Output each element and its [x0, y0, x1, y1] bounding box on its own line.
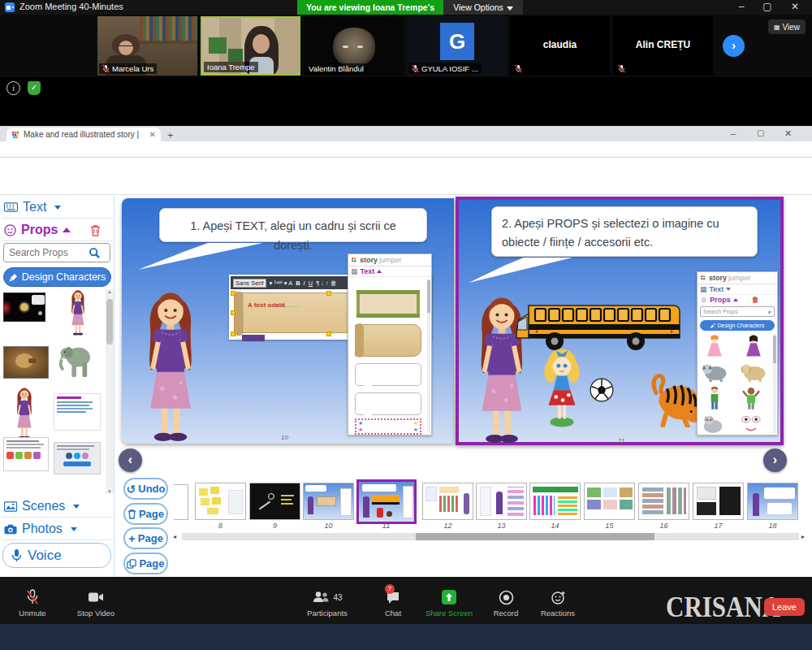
browser-maximize[interactable]: ▢ [757, 128, 764, 137]
chat-button[interactable]: 7 Chat [375, 588, 411, 618]
prop-thumb-girl-2[interactable] [13, 387, 36, 440]
video-tile-claudia[interactable]: claudia [510, 16, 610, 76]
trash-icon[interactable] [90, 224, 101, 236]
record-button[interactable]: Record [486, 588, 526, 618]
thumbnail-page-8[interactable] [195, 483, 246, 520]
info-icon[interactable]: i [6, 81, 20, 95]
scroll-thumb[interactable] [106, 299, 113, 344]
selection-handle[interactable] [326, 332, 331, 336]
search-props-input[interactable] [4, 247, 89, 258]
view-options-dropdown[interactable]: View Options [443, 0, 523, 15]
participant-name-label: GYULA IOSIF ... [408, 63, 482, 74]
prop-thumb-space[interactable] [3, 292, 45, 322]
thumbnail-page-13[interactable] [476, 483, 527, 520]
design-characters-button[interactable]: Design Characters [3, 267, 111, 287]
prop-thumb-elephant[interactable] [58, 340, 94, 382]
mini-frame-stars[interactable]: ★ ★ ★ ★ [355, 418, 421, 435]
reactions-button[interactable]: Reactions [534, 588, 581, 618]
selection-handle[interactable] [231, 291, 235, 296]
unmute-button[interactable]: Unmute [11, 588, 54, 618]
mini-scrollbar [427, 279, 430, 433]
tab-close-icon[interactable]: ✕ [149, 130, 156, 139]
mini-frame-bamboo[interactable] [356, 290, 420, 318]
video-strip: Marcela Urs Ioana Trempe Valentin Blându… [0, 15, 812, 77]
browser-minimize[interactable]: – [731, 128, 736, 138]
search-icon[interactable] [89, 247, 101, 259]
filmstrip-scroll-left[interactable]: ◂ [173, 533, 176, 540]
stop-video-button[interactable]: Stop Video [70, 588, 122, 618]
sidebar-item-text[interactable]: Text [2, 197, 113, 219]
prop-doll[interactable] [537, 344, 587, 429]
browser-tab[interactable]: Make and read illustrated story | ✕ [6, 128, 161, 141]
undo-button[interactable]: ↺ Undo [123, 478, 168, 500]
leave-button[interactable]: Leave [764, 598, 805, 616]
previous-page-arrow[interactable]: ‹ [119, 448, 142, 472]
share-screen-button[interactable]: Share Screen [421, 588, 477, 618]
filmstrip-scroll-right[interactable]: ▸ [801, 533, 805, 540]
filmstrip-scroll-thumb[interactable] [416, 533, 654, 540]
selection-handle[interactable] [326, 291, 331, 296]
thumbnail-page-18[interactable] [747, 483, 798, 520]
thumbnail-page-17[interactable] [693, 483, 744, 520]
next-participants-arrow[interactable]: › [723, 35, 745, 57]
copy-icon [127, 559, 136, 569]
thumbnail-page-11-selected[interactable] [356, 479, 417, 524]
speech-bubble[interactable]: 2. Apeși PROPS și selectezi o imagine cu… [491, 206, 758, 257]
thumbnail-page-10[interactable] [303, 483, 354, 520]
minimize-button[interactable]: – [729, 1, 754, 14]
sidebar-item-scenes[interactable]: Scenes [2, 496, 113, 518]
thumbnail-page-16[interactable] [638, 483, 689, 520]
prop-soccer-ball[interactable] [589, 377, 615, 403]
video-tile-alin[interactable]: Alin CREȚU [613, 16, 713, 76]
sidebar-item-photos[interactable]: Photos [2, 518, 113, 540]
shield-check-icon[interactable]: ✓ [28, 81, 41, 95]
mini-frame-bubble-2[interactable] [355, 392, 421, 415]
video-tile-ioana[interactable]: Ioana Trempe [201, 16, 300, 76]
prop-thumb-lion[interactable] [3, 346, 49, 379]
book-page-left[interactable]: 1. Apeși TEXT, alegi un cadru și scrii c… [122, 198, 454, 444]
selection-handle[interactable] [231, 332, 235, 336]
thumbnail-page-9[interactable] [249, 483, 300, 520]
participant-mute-label [512, 63, 525, 74]
undo-icon: ↺ [127, 483, 136, 496]
thumbnail-page-12[interactable] [422, 483, 473, 520]
video-tile-gyula[interactable]: G GYULA IOSIF ... [407, 16, 507, 76]
sidebar-item-props[interactable]: Props [2, 219, 113, 241]
selection-handle[interactable] [231, 310, 235, 315]
prop-thumb-document[interactable] [54, 393, 101, 431]
view-layout-button[interactable]: ▦View [768, 20, 806, 34]
thumbnail-page-15[interactable] [584, 483, 635, 520]
new-tab-button[interactable]: + [167, 129, 174, 141]
book-page-right[interactable]: 2. Apeși PROPS și selectezi o imagine cu… [456, 197, 784, 445]
mini-screenshot-text-panel[interactable]: storyjumper ▦ Text [348, 254, 432, 436]
smiley-icon [4, 224, 16, 236]
video-tile-valentin[interactable]: Valentin Blândul [304, 16, 404, 76]
participants-button[interactable]: 43 Participants [299, 588, 356, 618]
participant-name-centered: claudia [510, 39, 610, 50]
prop-thumb-screenshot-1[interactable] [3, 437, 49, 471]
add-page-button[interactable]: + Page [123, 527, 168, 549]
prop-thumb-screenshot-2[interactable] [54, 442, 101, 474]
close-button[interactable]: ✕ [783, 1, 807, 14]
prop-thumb-girl[interactable] [67, 289, 89, 336]
sidebar-item-voice[interactable]: Voice [2, 543, 111, 568]
maximize-button[interactable]: ▢ [755, 1, 780, 14]
mini-screenshot-props-panel[interactable]: storyjumper ▦ Text ☺ Props 🗑 Search [697, 271, 778, 436]
sidebar-scrollbar[interactable]: ▲ ▼ [106, 289, 114, 494]
next-page-arrow[interactable]: › [763, 448, 787, 472]
mini-frame-scroll[interactable] [355, 324, 421, 357]
thumbnail-page-14[interactable] [529, 483, 581, 520]
video-tile-marcela[interactable]: Marcela Urs [97, 16, 197, 76]
filmstrip-scrollbar[interactable] [182, 533, 799, 540]
scroll-down-arrow[interactable]: ▼ [107, 489, 112, 494]
thumbnail-partial[interactable] [174, 484, 188, 520]
mini-frame-bubble-1[interactable] [355, 363, 421, 386]
duplicate-page-button[interactable]: Page [123, 552, 168, 574]
favicon [11, 131, 19, 139]
character-girl[interactable] [133, 289, 208, 445]
delete-page-button[interactable]: Page [123, 503, 168, 525]
browser-close[interactable]: ✕ [784, 128, 792, 139]
participant-name-centered: Alin CREȚU [613, 39, 713, 50]
scroll-up-arrow[interactable]: ▲ [107, 289, 112, 294]
speech-bubble[interactable]: 1. Apeși TEXT, alegi un cadru și scrii c… [159, 208, 427, 242]
